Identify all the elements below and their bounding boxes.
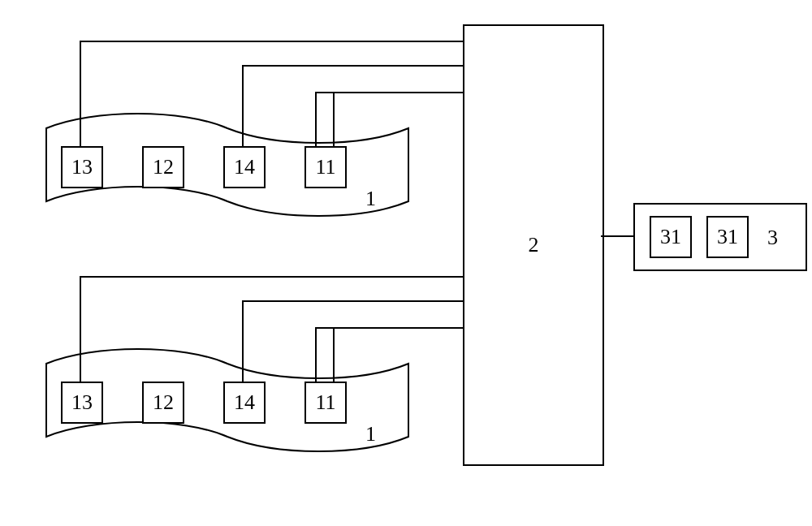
module-0-box-14-label: 14 xyxy=(234,155,255,179)
module-1-label: 1 xyxy=(365,422,376,446)
conn-m1-11-v1 xyxy=(315,329,317,382)
module-1-box-14: 14 xyxy=(223,382,266,424)
conn-m1-11-h2 xyxy=(333,327,463,329)
conn-m0-11-h2 xyxy=(333,92,463,93)
conn-m0-13-h xyxy=(80,41,463,42)
conn-m0-11-v1 xyxy=(315,93,317,146)
module-0-box-12-label: 12 xyxy=(153,155,174,179)
conn-m0-14-h xyxy=(242,65,463,67)
module-1-box-12: 12 xyxy=(142,382,184,424)
conn-m0-14-v xyxy=(242,65,244,146)
conn-m0-11-v2 xyxy=(333,92,335,146)
module-0-box-11-label: 11 xyxy=(315,155,335,179)
module-0-box-12: 12 xyxy=(142,146,184,188)
diagram-canvas: 2 31 31 3 13 12 14 11 1 1 xyxy=(0,0,812,526)
right-block-label: 3 xyxy=(767,226,778,250)
right-block-item-1-label: 31 xyxy=(717,225,738,249)
conn-m1-11-h1 xyxy=(315,327,335,329)
conn-m1-13-v xyxy=(80,276,81,382)
module-0-box-11: 11 xyxy=(304,146,347,188)
module-1-box-13-label: 13 xyxy=(71,390,93,415)
module-1-box-12-label: 12 xyxy=(153,390,174,415)
module-1-box-13: 13 xyxy=(61,382,103,424)
conn-m1-14-v xyxy=(242,300,244,382)
module-1-box-11: 11 xyxy=(304,382,347,424)
central-block-label: 2 xyxy=(529,233,539,257)
right-block-item-1: 31 xyxy=(706,216,749,258)
module-0-box-13: 13 xyxy=(61,146,103,188)
right-block-item-0-label: 31 xyxy=(660,225,681,249)
conn-m1-13-h xyxy=(80,276,463,278)
module-1-box-14-label: 14 xyxy=(234,390,255,415)
module-1-box-11-label: 11 xyxy=(315,390,335,415)
connector-center-right xyxy=(601,235,633,237)
conn-m1-14-h xyxy=(242,300,463,302)
module-0-box-13-label: 13 xyxy=(71,155,93,179)
module-0-label: 1 xyxy=(365,187,376,211)
central-block: 2 xyxy=(463,24,604,466)
conn-m0-13-v xyxy=(80,41,81,146)
right-block-item-0: 31 xyxy=(650,216,692,258)
conn-m0-11-h1 xyxy=(315,92,335,93)
module-0-box-14: 14 xyxy=(223,146,266,188)
conn-m1-11-v2 xyxy=(333,327,335,382)
